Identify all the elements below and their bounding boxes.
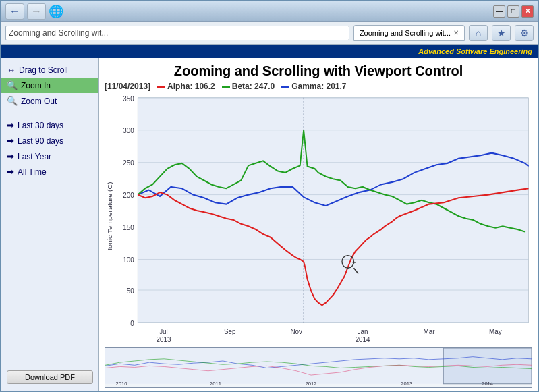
tab-bar: Zooming and Scrolling wit... ✕ [353, 25, 465, 41]
svg-text:300: 300 [123, 127, 134, 134]
brand-label: Advanced Software Engineering [418, 47, 532, 55]
settings-button[interactable]: ⚙ [515, 25, 534, 41]
favorites-button[interactable]: ★ [492, 25, 511, 41]
zoom-in-label: Zoom In [21, 81, 51, 90]
svg-text:Sep: Sep [224, 328, 236, 335]
svg-text:2013: 2013 [157, 336, 171, 343]
svg-text:200: 200 [123, 192, 134, 199]
svg-text:Nov: Nov [290, 328, 302, 335]
last-30-button[interactable]: ➡ Last 30 days [1, 117, 98, 133]
main-chart-container[interactable]: 350 300 250 200 150 100 50 0 Ionic Tempe… [105, 94, 532, 346]
main-chart-svg: 350 300 250 200 150 100 50 0 Ionic Tempe… [105, 94, 532, 346]
svg-text:2014: 2014 [482, 381, 493, 387]
svg-text:Jan: Jan [358, 328, 368, 335]
arrow-right-icon-4: ➡ [7, 167, 14, 177]
arrow-right-icon-3: ➡ [7, 151, 14, 161]
zoom-out-icon: 🔍 [7, 96, 18, 106]
alpha-dot [157, 86, 165, 88]
svg-text:2011: 2011 [210, 381, 221, 387]
legend-gamma: Gamma: 201.7 [281, 82, 346, 91]
svg-text:Jul: Jul [159, 328, 168, 335]
sidebar-divider-1 [7, 113, 93, 113]
beta-label: Beta: 247.0 [232, 82, 275, 91]
svg-text:Ionic Temperature (C): Ionic Temperature (C) [106, 181, 113, 250]
last90-label: Last 90 days [18, 136, 63, 146]
alpha-label: Alpha: 106.2 [167, 82, 215, 91]
last30-label: Last 30 days [18, 121, 63, 130]
arrow-right-icon-2: ➡ [7, 136, 14, 146]
lastyear-label: Last Year [18, 152, 51, 161]
url-input[interactable]: Zooming and Scrolling wit... [5, 26, 349, 40]
mini-chart-area[interactable]: 2010 2011 2012 2013 2014 [105, 347, 532, 388]
svg-text:2012: 2012 [306, 381, 317, 387]
svg-text:100: 100 [123, 256, 134, 264]
sidebar: ↔ Drag to Scroll 🔍 Zoom In 🔍 Zoom Out ➡ … [1, 58, 99, 391]
svg-text:Mar: Mar [423, 328, 435, 335]
tab-close-button[interactable]: ✕ [453, 29, 459, 36]
ie-logo: 🌐 [49, 4, 63, 19]
title-bar: ← → 🌐 — □ ✕ [1, 1, 538, 22]
svg-text:350: 350 [123, 94, 134, 102]
forward-button[interactable]: → [27, 3, 46, 20]
tab-label: Zooming and Scrolling wit... [360, 29, 451, 37]
chart-area: Zooming and Scrolling with Viewport Cont… [99, 58, 538, 391]
zoom-out-label: Zoom Out [21, 96, 57, 106]
zoom-in-icon: 🔍 [7, 80, 18, 90]
zoom-in-button[interactable]: 🔍 Zoom In [1, 78, 98, 93]
url-text: Zooming and Scrolling wit... [9, 28, 108, 38]
drag-to-scroll-button[interactable]: ↔ Drag to Scroll [1, 62, 98, 78]
gamma-dot [281, 86, 289, 88]
alltime-label: All Time [18, 167, 47, 177]
mini-chart-svg: 2010 2011 2012 2013 2014 [105, 348, 532, 387]
maximize-button[interactable]: □ [507, 5, 519, 18]
main-area: ↔ Drag to Scroll 🔍 Zoom In 🔍 Zoom Out ➡ … [1, 58, 538, 391]
legend-alpha: Alpha: 106.2 [157, 82, 215, 91]
drag-icon: ↔ [7, 65, 16, 75]
active-tab[interactable]: Zooming and Scrolling wit... ✕ [353, 25, 465, 41]
svg-text:2014: 2014 [356, 336, 370, 343]
home-button[interactable]: ⌂ [469, 25, 488, 41]
close-button[interactable]: ✕ [521, 5, 534, 18]
zoom-out-button[interactable]: 🔍 Zoom Out [1, 93, 98, 109]
address-bar: Zooming and Scrolling wit... Zooming and… [1, 22, 538, 45]
last-90-button[interactable]: ➡ Last 90 days [1, 133, 98, 148]
svg-text:+: + [352, 259, 356, 266]
svg-text:2010: 2010 [115, 381, 127, 387]
chart-legend: [11/04/2013] Alpha: 106.2 Beta: 247.0 Ga… [105, 82, 532, 91]
back-button[interactable]: ← [5, 3, 24, 20]
svg-text:2013: 2013 [401, 381, 412, 387]
download-label: Download PDF [25, 373, 75, 381]
svg-text:50: 50 [127, 287, 134, 294]
last-year-button[interactable]: ➡ Last Year [1, 148, 98, 164]
download-pdf-button[interactable]: Download PDF [7, 370, 93, 384]
drag-label: Drag to Scroll [19, 65, 68, 75]
arrow-right-icon-1: ➡ [7, 120, 14, 130]
gamma-label: Gamma: 201.7 [291, 82, 346, 91]
svg-text:May: May [489, 328, 502, 335]
beta-dot [222, 86, 230, 88]
browser-window: ← → 🌐 — □ ✕ Zooming and Scrolling wit...… [0, 0, 539, 392]
svg-text:150: 150 [123, 224, 134, 231]
window-controls: — □ ✕ [493, 5, 534, 18]
legend-date: [11/04/2013] [105, 82, 150, 91]
brand-toolbar: Advanced Software Engineering [1, 45, 538, 58]
chart-title: Zooming and Scrolling with Viewport Cont… [105, 63, 532, 79]
legend-beta: Beta: 247.0 [222, 82, 275, 91]
svg-text:250: 250 [123, 159, 134, 167]
all-time-button[interactable]: ➡ All Time [1, 164, 98, 179]
svg-text:0: 0 [130, 319, 134, 327]
minimize-button[interactable]: — [493, 5, 505, 18]
